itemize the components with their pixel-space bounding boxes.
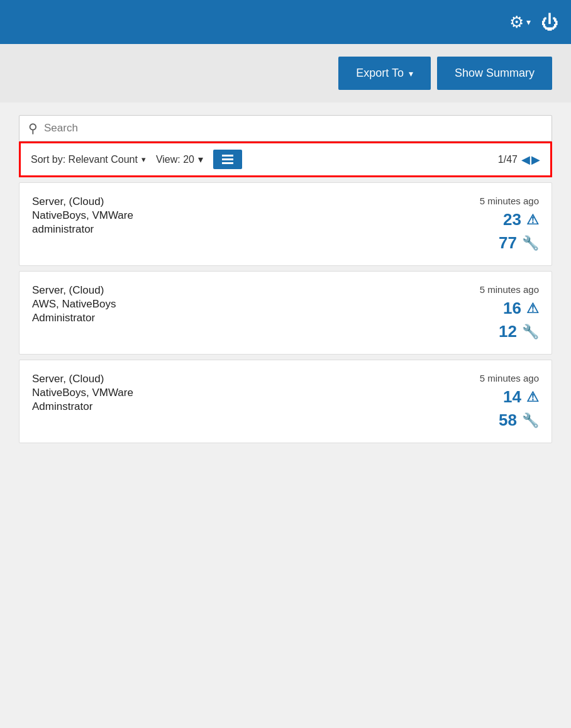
alert-icon: ⚠ [526, 389, 539, 405]
card-title-line3: Adminstrator [32, 400, 133, 413]
card-time: 5 minutes ago [480, 373, 539, 383]
alert-stat: 23 ⚠ [503, 210, 539, 229]
view-dropdown[interactable]: View: 20 ▾ [156, 153, 203, 165]
next-page-button[interactable]: ▶ [531, 153, 540, 167]
tool-count: 12 [499, 322, 517, 341]
prev-page-button[interactable]: ◀ [521, 153, 530, 167]
view-caret: ▾ [198, 153, 203, 165]
cards-list: Server, (Cloud) NativeBoys, VMWare admin… [19, 182, 552, 443]
settings-button[interactable]: ⚙ ▾ [509, 13, 531, 32]
wrench-icon: 🔧 [522, 235, 539, 251]
sort-caret: ▾ [141, 155, 146, 164]
list-item[interactable]: Server, (Cloud) AWS, NativeBoys Administ… [19, 271, 552, 355]
show-summary-label: Show Summary [455, 67, 535, 80]
filter-bar: Sort by: Relevant Count ▾ View: 20 ▾ 1/4… [19, 141, 552, 177]
pagination: 1/47 ◀ ▶ [498, 153, 540, 167]
card-stats: 5 minutes ago 14 ⚠ 58 🔧 [480, 373, 539, 430]
card-title-line1: Server, (Cloud) [32, 196, 133, 208]
toolbar: Export To ▾ Show Summary [0, 44, 571, 102]
card-title-line2: NativeBoys, VMWare [32, 387, 133, 399]
view-label: View: 20 [156, 154, 194, 165]
export-label: Export To [356, 67, 404, 80]
pagination-text: 1/47 [498, 154, 518, 165]
card-info: Server, (Cloud) NativeBoys, VMWare Admin… [32, 373, 133, 413]
tool-stat: 58 🔧 [499, 411, 539, 430]
export-caret: ▾ [409, 69, 413, 79]
search-container: ⚲ [19, 115, 552, 141]
list-item[interactable]: Server, (Cloud) NativeBoys, VMWare Admin… [19, 360, 552, 443]
card-title-line1: Server, (Cloud) [32, 373, 133, 385]
gear-icon: ⚙ [509, 13, 524, 32]
list-view-button[interactable] [213, 150, 242, 169]
card-info: Server, (Cloud) AWS, NativeBoys Administ… [32, 284, 116, 324]
tool-count: 77 [499, 233, 517, 253]
alert-icon: ⚠ [526, 212, 539, 228]
search-input[interactable] [44, 122, 543, 135]
header: ⚙ ▾ ⏻ [0, 0, 571, 44]
card-time: 5 minutes ago [480, 196, 539, 206]
card-title-line2: AWS, NativeBoys [32, 298, 116, 311]
alert-stat: 16 ⚠ [503, 299, 539, 318]
power-button[interactable]: ⏻ [541, 12, 558, 33]
list-item[interactable]: Server, (Cloud) NativeBoys, VMWare admin… [19, 182, 552, 266]
search-icon: ⚲ [28, 121, 38, 136]
card-info: Server, (Cloud) NativeBoys, VMWare admin… [32, 196, 133, 236]
alert-count: 23 [503, 210, 521, 229]
list-icon [222, 155, 233, 164]
card-stats: 5 minutes ago 16 ⚠ 12 🔧 [480, 284, 539, 341]
power-icon: ⏻ [541, 13, 558, 32]
card-title-line2: NativeBoys, VMWare [32, 209, 133, 222]
tool-count: 58 [499, 411, 517, 430]
card-title-line3: administrator [32, 223, 133, 236]
show-summary-button[interactable]: Show Summary [437, 57, 552, 90]
tool-stat: 77 🔧 [499, 233, 539, 253]
settings-caret: ▾ [526, 17, 531, 27]
sort-by-dropdown[interactable]: Sort by: Relevant Count ▾ [31, 154, 146, 165]
card-time: 5 minutes ago [480, 284, 539, 295]
sort-by-label: Sort by: Relevant Count [31, 154, 138, 165]
alert-stat: 14 ⚠ [503, 387, 539, 407]
main-content: ⚲ Sort by: Relevant Count ▾ View: 20 ▾ 1… [0, 102, 571, 456]
card-stats: 5 minutes ago 23 ⚠ 77 🔧 [480, 196, 539, 253]
card-title-line3: Administrator [32, 312, 116, 324]
pagination-arrows: ◀ ▶ [521, 153, 540, 167]
card-title-line1: Server, (Cloud) [32, 284, 116, 297]
wrench-icon: 🔧 [522, 324, 539, 340]
tool-stat: 12 🔧 [499, 322, 539, 341]
alert-icon: ⚠ [526, 301, 539, 317]
alert-count: 14 [503, 387, 521, 407]
alert-count: 16 [503, 299, 521, 318]
wrench-icon: 🔧 [522, 412, 539, 429]
export-button[interactable]: Export To ▾ [338, 57, 431, 90]
